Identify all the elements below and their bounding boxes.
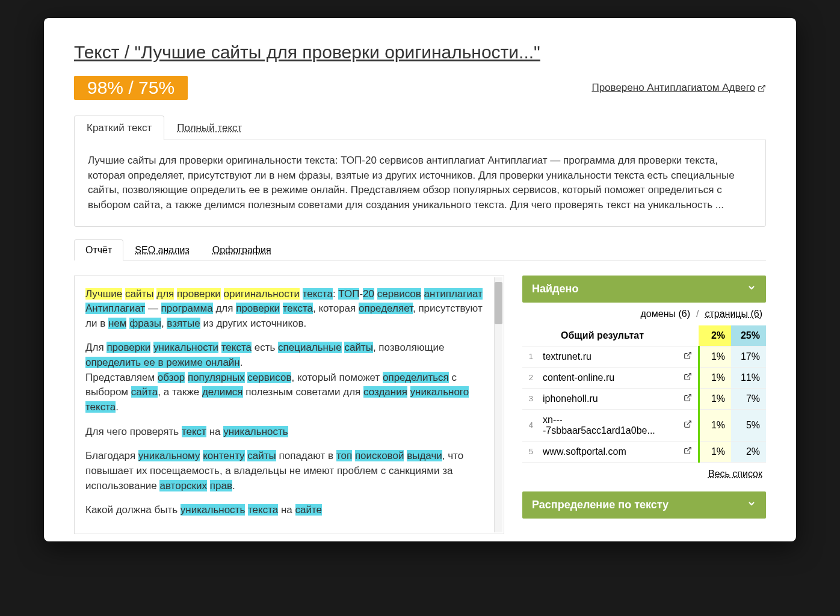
hl: текста [248, 504, 278, 516]
app-window: Текст / "Лучшие сайты для проверки ориги… [44, 18, 796, 541]
found-panel-header[interactable]: Найдено [522, 276, 766, 303]
hl: уникальность [223, 426, 288, 437]
row-index: 5 [522, 441, 537, 462]
hl: уникальному [138, 450, 200, 461]
hl: поисковой [355, 450, 404, 461]
page-title[interactable]: Текст / "Лучшие сайты для проверки ориги… [74, 42, 766, 63]
hl: текста [303, 288, 333, 300]
hl: выдачи [407, 450, 442, 461]
hl: определить ее в режиме онлайн [85, 357, 240, 368]
row-p1: 1% [699, 367, 731, 388]
tab-report[interactable]: Отчёт [74, 239, 123, 260]
table-row[interactable]: 5www.softportal.com1%2% [522, 441, 766, 462]
tab-spelling[interactable]: Орфография [201, 239, 283, 260]
svg-line-4 [687, 420, 690, 424]
overall-p2: 25% [731, 325, 766, 346]
hl: для [156, 288, 174, 300]
hl: обзор [158, 372, 185, 383]
row-index: 1 [522, 346, 537, 367]
hl: ТОП [338, 288, 359, 300]
hl: сервисов [247, 372, 291, 383]
overall-row: Общий результат 2% 25% [522, 325, 766, 346]
hl: уникального [410, 386, 469, 398]
full-list-label: Весь список [708, 469, 762, 479]
hl: Лучшие [85, 288, 122, 300]
found-label: Найдено [532, 283, 578, 295]
hl: взятые [167, 318, 200, 329]
svg-line-2 [687, 373, 690, 377]
hl: проверки [177, 288, 221, 300]
sidebar: Найдено домены (6) / страницы (6) Общий … [522, 276, 766, 534]
hl: уникальности [153, 342, 218, 353]
full-list-link[interactable]: Весь список [522, 463, 766, 491]
svg-line-5 [687, 447, 690, 451]
scrollbar[interactable] [494, 277, 502, 532]
hl: сайта [131, 386, 158, 398]
hl: контенту [203, 450, 244, 461]
header-row: 98% / 75% Проверено Антиплагиатом Адвего [74, 76, 766, 100]
hl: топ [336, 450, 352, 461]
hl: авторских [159, 480, 207, 491]
pages-tab[interactable]: страницы (6) [705, 309, 762, 319]
hl: оригинальности [224, 288, 300, 300]
row-p1: 1% [699, 346, 731, 367]
svg-line-0 [761, 85, 765, 88]
scroll-thumb[interactable] [495, 282, 502, 324]
text-tabs: Краткий текст Полный текст [74, 115, 766, 140]
tab-short-text[interactable]: Краткий текст [74, 116, 164, 140]
hl: проверки [107, 342, 150, 353]
table-row[interactable]: 3iphoneholl.ru1%7% [522, 388, 766, 409]
external-link-icon[interactable] [678, 367, 699, 388]
row-p1: 1% [699, 441, 731, 462]
hl: проверки [236, 303, 280, 314]
hl: текста [221, 342, 252, 353]
hl: сайты [125, 288, 153, 300]
external-link-icon [758, 82, 766, 94]
hl: создания [363, 386, 407, 398]
distribution-panel-header[interactable]: Распределение по тексту [522, 491, 766, 519]
hl: антиплагиат [424, 288, 483, 300]
overall-p1: 2% [699, 325, 731, 346]
tab-full-text[interactable]: Полный текст [164, 116, 255, 140]
hl: сайте [295, 504, 323, 516]
row-domain: content-online.ru [537, 367, 678, 388]
highlighted-text-panel: Лучшие сайты для проверки оригинальности… [74, 276, 504, 534]
external-link-icon[interactable] [678, 388, 699, 409]
results-table: Общий результат 2% 25% 1textrunet.ru1%17… [522, 325, 766, 463]
hl: сервисов [377, 288, 421, 300]
table-row[interactable]: 4xn----7sbbaar5acc1ard1a0be...1%5% [522, 409, 766, 441]
domains-tab[interactable]: домены (6) [641, 309, 690, 319]
row-domain: xn----7sbbaar5acc1ard1a0be... [537, 409, 678, 441]
found-subtabs: домены (6) / страницы (6) [522, 303, 766, 325]
hl: прав [210, 480, 232, 491]
external-link-icon[interactable] [678, 346, 699, 367]
verified-by-link[interactable]: Проверено Антиплагиатом Адвего [591, 82, 766, 94]
table-row[interactable]: 1textrunet.ru1%17% [522, 346, 766, 367]
overall-label: Общий результат [537, 325, 678, 346]
svg-line-3 [687, 394, 690, 398]
highlighted-text: Лучшие сайты для проверки оригинальности… [75, 276, 504, 534]
chevron-down-icon [747, 283, 756, 295]
row-p1: 1% [699, 409, 731, 441]
tab-seo[interactable]: SEO анализ [123, 239, 200, 260]
summary-text: Лучшие сайты для проверки оригинальности… [74, 140, 766, 227]
hl: сайты [344, 342, 372, 353]
hl: уникальность [181, 504, 245, 516]
row-index: 2 [522, 367, 537, 388]
external-link-icon[interactable] [678, 409, 699, 441]
row-p2: 2% [731, 441, 766, 462]
row-p2: 7% [731, 388, 766, 409]
hl: текста [283, 303, 313, 314]
row-domain: iphoneholl.ru [537, 388, 678, 409]
hl: популярных [188, 372, 245, 383]
hl: определиться [383, 372, 449, 383]
svg-line-1 [687, 352, 690, 356]
row-domain: www.softportal.com [537, 441, 678, 462]
hl: сайты [247, 450, 276, 461]
external-link-icon[interactable] [678, 441, 699, 462]
row-p1: 1% [699, 388, 731, 409]
table-row[interactable]: 2content-online.ru1%11% [522, 367, 766, 388]
originality-score-badge: 98% / 75% [74, 76, 188, 100]
hl: делимся [202, 386, 243, 398]
separator: / [696, 309, 699, 319]
